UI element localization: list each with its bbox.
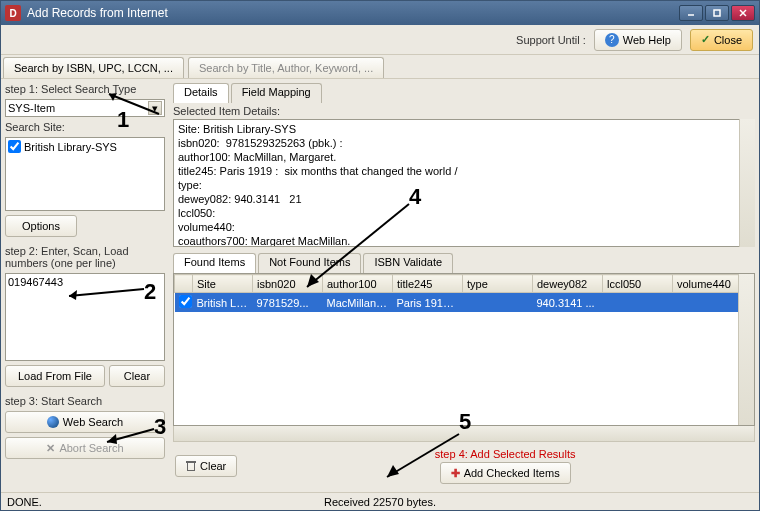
col-check[interactable] [175,275,193,293]
step3-label: step 3: Start Search [5,395,165,407]
status-bar: DONE. Received 22570 bytes. [1,492,759,510]
minimize-button[interactable] [679,5,703,21]
main-body: step 1: Select Search Type SYS-Item ▾ Se… [1,79,759,492]
add-icon: ✚ [451,467,460,480]
tab-search-title[interactable]: Search by Title, Author, Keyword, ... [188,57,384,78]
load-from-file-button[interactable]: Load From File [5,365,105,387]
selected-item-details-label: Selected Item Details: [173,103,755,119]
svg-rect-1 [714,10,720,16]
close-label: Close [714,34,742,46]
table-hscrollbar[interactable] [173,426,755,442]
search-type-value: SYS-Item [8,102,148,114]
col-site[interactable]: Site [193,275,253,293]
clear-results-button[interactable]: Clear [175,455,237,477]
step1-label: step 1: Select Search Type [5,83,165,95]
abort-search-button[interactable]: ✕ Abort Search [5,437,165,459]
window-title: Add Records from Internet [27,6,679,20]
tab-search-isbn[interactable]: Search by ISBN, UPC, LCCN, ... [3,57,184,78]
web-search-button[interactable]: Web Search [5,411,165,433]
support-until-label: Support Until : [516,34,586,46]
cell-title245: Paris 1919 ... [393,293,463,313]
tab-not-found-items[interactable]: Not Found Items [258,253,361,273]
x-icon: ✕ [46,442,55,455]
tab-isbn-validate[interactable]: ISBN Validate [363,253,453,273]
tab-found-items[interactable]: Found Items [173,253,256,273]
globe-icon [47,416,59,428]
cell-site: British Lib... [193,293,253,313]
tab-field-mapping[interactable]: Field Mapping [231,83,322,103]
table-row[interactable]: British Lib... 9781529... MacMillan, ...… [175,293,754,313]
step4-label: step 4: Add Selected Results [435,448,576,460]
table-vscrollbar[interactable] [738,274,754,425]
top-toolbar: Support Until : ? Web Help ✓ Close [1,25,759,55]
search-site-label: Search Site: [5,121,165,133]
site-item[interactable]: British Library-SYS [8,140,162,153]
cell-lccl050 [603,293,673,313]
cell-isbn020: 9781529... [253,293,323,313]
close-button[interactable]: ✓ Close [690,29,753,51]
web-help-label: Web Help [623,34,671,46]
right-pane: Details Field Mapping Selected Item Deta… [169,79,759,492]
details-text: Site: British Library-SYS isbn020: 97815… [173,119,755,247]
table-header-row: Site isbn020 author100 title245 type dew… [175,275,754,293]
search-site-list[interactable]: British Library-SYS [5,137,165,211]
search-mode-tabs: Search by ISBN, UPC, LCCN, ... Search by… [1,55,759,79]
chevron-down-icon: ▾ [148,101,162,115]
results-table-wrap: Site isbn020 author100 title245 type dew… [173,273,755,426]
close-window-button[interactable] [731,5,755,21]
row-checkbox[interactable] [179,295,192,308]
clear-numbers-button[interactable]: Clear [109,365,165,387]
title-bar: D Add Records from Internet [1,1,759,25]
options-button[interactable]: Options [5,215,77,237]
cell-author100: MacMillan, ... [323,293,393,313]
search-type-select[interactable]: SYS-Item ▾ [5,99,165,117]
col-lccl050[interactable]: lccl050 [603,275,673,293]
help-icon: ? [605,33,619,47]
results-tabs: Found Items Not Found Items ISBN Validat… [173,253,755,273]
site-checkbox[interactable] [8,140,21,153]
status-center: Received 22570 bytes. [324,496,436,508]
app-icon: D [5,5,21,21]
col-type[interactable]: type [463,275,533,293]
col-dewey082[interactable]: dewey082 [533,275,603,293]
web-help-button[interactable]: ? Web Help [594,29,682,51]
add-checked-items-button[interactable]: ✚ Add Checked Items [440,462,571,484]
window-controls [679,5,755,21]
tab-details[interactable]: Details [173,83,229,103]
cell-type [463,293,533,313]
col-isbn020[interactable]: isbn020 [253,275,323,293]
results-table: Site isbn020 author100 title245 type dew… [174,274,754,312]
app-window: D Add Records from Internet Support Unti… [0,0,760,511]
numbers-input[interactable] [5,273,165,361]
col-title245[interactable]: title245 [393,275,463,293]
details-scrollbar[interactable] [739,119,755,247]
cell-dewey082: 940.3141 ... [533,293,603,313]
detail-tabs: Details Field Mapping [173,83,755,103]
status-left: DONE. [7,496,42,508]
maximize-button[interactable] [705,5,729,21]
check-icon: ✓ [701,33,710,46]
col-author100[interactable]: author100 [323,275,393,293]
left-pane: step 1: Select Search Type SYS-Item ▾ Se… [1,79,169,492]
trash-icon [186,461,196,471]
site-label: British Library-SYS [24,141,117,153]
step2-label: step 2: Enter, Scan, Load numbers (one p… [5,245,165,269]
results-toolbar: Clear step 4: Add Selected Results ✚ Add… [173,444,755,488]
